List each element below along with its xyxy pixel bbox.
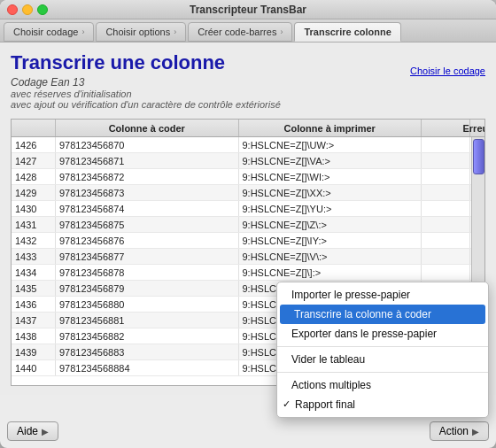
aide-label: Aide [17, 425, 38, 437]
page-title: Transcrire une colonne [11, 51, 281, 74]
table-cell: 978123456876 [56, 233, 239, 248]
table-cell: 1433 [12, 249, 56, 264]
table-cell: 978123456873 [56, 185, 239, 200]
traffic-lights [7, 4, 48, 15]
table-row: 14319781234568759:HSLCNE=Z[]\Z\:> [12, 217, 484, 233]
table-cell [422, 265, 470, 280]
choisir-codage-link[interactable]: Choisir le codage [410, 66, 485, 76]
maximize-button[interactable] [37, 4, 48, 15]
table-cell: 978123456871 [56, 153, 239, 168]
table-cell [422, 169, 470, 184]
menu-item-2[interactable]: Exporter dans le presse-papier [277, 324, 488, 344]
table-cell [422, 137, 470, 152]
table-cell: 978123456880 [56, 297, 239, 312]
table-cell: 1432 [12, 233, 56, 248]
table-cell: 9:HSLCNE=Z[]\V\:> [239, 249, 422, 264]
col-num-header [12, 120, 56, 136]
table-cell: 9:HSLCNE=Z[]\YU:> [239, 201, 422, 216]
header-row: Transcrire une colonne Codage Ean 13 ave… [11, 51, 485, 113]
tab-transcrire-colonne[interactable]: Transcrire colonne [294, 22, 400, 42]
table-cell: 978123456874 [56, 201, 239, 216]
scrollbar-thumb[interactable] [473, 139, 484, 174]
table-cell [422, 249, 470, 264]
window-title: Transcripteur TransBar [190, 4, 306, 16]
table-row: 14279781234568719:HSLCNE=Z[]\VA:> [12, 153, 484, 169]
table-cell: 9:HSLCNE=Z[]\XX:> [239, 185, 422, 200]
table-row: 14339781234568779:HSLCNE=Z[]\V\:> [12, 249, 484, 265]
aide-button[interactable]: Aide ▶ [7, 421, 58, 441]
menu-item-0[interactable]: Importer le presse-papier [277, 285, 488, 305]
tab-arrow-icon: › [174, 27, 176, 36]
table-cell [422, 201, 470, 216]
table-cell [422, 233, 470, 248]
table-cell: 9:HSLCNE=Z[]\Z\:> [239, 217, 422, 232]
title-bar: Transcripteur TransBar [0, 0, 496, 19]
table-cell: 1427 [12, 153, 56, 168]
menu-item-5[interactable]: Rapport final [277, 395, 488, 414]
menu-separator [277, 346, 488, 347]
tab-bar: Choisir codage › Choisir options › Créer… [0, 19, 496, 42]
table-cell: 978123456870 [56, 137, 239, 152]
table-cell: 978123456872 [56, 169, 239, 184]
table-cell: 9:HSLCNE=Z[]\IY:> [239, 233, 422, 248]
table-row: 14289781234568729:HSLCNE=Z[]\WI:> [12, 169, 484, 185]
table-cell: 1434 [12, 265, 56, 280]
table-cell: 1438 [12, 328, 56, 344]
tab-choisir-options[interactable]: Choisir options › [96, 22, 186, 42]
table-cell: 9:HSLCNE=Z[]\WI:> [239, 169, 422, 184]
main-window: Transcripteur TransBar Choisir codage › … [0, 0, 496, 448]
table-cell: 1437 [12, 313, 56, 328]
table-row: 14329781234568769:HSLCNE=Z[]\IY:> [12, 233, 484, 249]
tab-choisir-codage[interactable]: Choisir codage › [4, 22, 94, 42]
table-row: 14349781234568789:HSLCNE=Z[]\]:> [12, 265, 484, 281]
col-erreur-header: Erreur [470, 120, 484, 136]
subtitle-line1: avec réserves d'initialisation [11, 89, 281, 99]
menu-item-1[interactable]: Transcrire la colonne à coder [280, 305, 485, 324]
table-cell: 1429 [12, 185, 56, 200]
action-dropdown: Importer le presse-papierTranscrire la c… [276, 282, 489, 418]
table-cell: 9:HSLCNE=Z[]\VA:> [239, 153, 422, 168]
table-row: 14309781234568749:HSLCNE=Z[]\YU:> [12, 201, 484, 217]
table-cell: 978123456878 [56, 265, 239, 280]
menu-item-4[interactable]: Actions multiples [277, 375, 488, 395]
table-cell: 1435 [12, 281, 56, 296]
table-cell: 978123456879 [56, 281, 239, 296]
table-cell: 9781234568884 [56, 360, 239, 375]
table-cell: 978123456883 [56, 344, 239, 359]
col-imprimer-header: Colonne à imprimer [239, 120, 422, 136]
table-header: Colonne à coder Colonne à imprimer Erreu… [12, 120, 484, 137]
table-cell: 9:HSLCNE=Z[]\]:> [239, 265, 422, 280]
table-cell: 1439 [12, 344, 56, 359]
aide-arrow-icon: ▶ [42, 427, 49, 436]
action-label: Action [439, 425, 469, 437]
tab-arrow-icon: › [280, 27, 283, 36]
table-cell: 978123456882 [56, 328, 239, 344]
tab-creer-code-barres[interactable]: Créer code-barres › [188, 22, 292, 42]
codage-title: Codage Ean 13 [11, 76, 281, 89]
subtitle-line2: avec ajout ou vérification d'un caractèr… [11, 99, 281, 110]
table-cell: 1440 [12, 360, 56, 375]
table-cell: 978123456875 [56, 217, 239, 232]
table-cell: 1436 [12, 297, 56, 312]
col-coder-header: Colonne à coder [56, 120, 239, 136]
table-cell: 978123456881 [56, 313, 239, 328]
table-cell: 978123456877 [56, 249, 239, 264]
table-cell: 1431 [12, 217, 56, 232]
menu-separator [277, 372, 488, 373]
minimize-button[interactable] [22, 4, 33, 15]
close-button[interactable] [7, 4, 18, 15]
codage-info: Transcrire une colonne Codage Ean 13 ave… [11, 51, 281, 113]
table-cell [422, 217, 470, 232]
table-cell: 1426 [12, 137, 56, 152]
table-cell: 9:HSLCNE=Z[]\UW:> [239, 137, 422, 152]
menu-item-3[interactable]: Vider le tableau [277, 350, 488, 369]
table-cell [422, 185, 470, 200]
table-cell [422, 153, 470, 168]
tab-arrow-icon: › [81, 27, 84, 36]
table-cell: 1428 [12, 169, 56, 184]
table-row: 14269781234568709:HSLCNE=Z[]\UW:> [12, 137, 484, 153]
footer-bar: Aide ▶ Action ▶ Importer le presse-papie… [0, 418, 496, 448]
table-cell: 1430 [12, 201, 56, 216]
action-button[interactable]: Action ▶ [430, 421, 489, 441]
action-arrow-icon: ▶ [472, 427, 479, 436]
